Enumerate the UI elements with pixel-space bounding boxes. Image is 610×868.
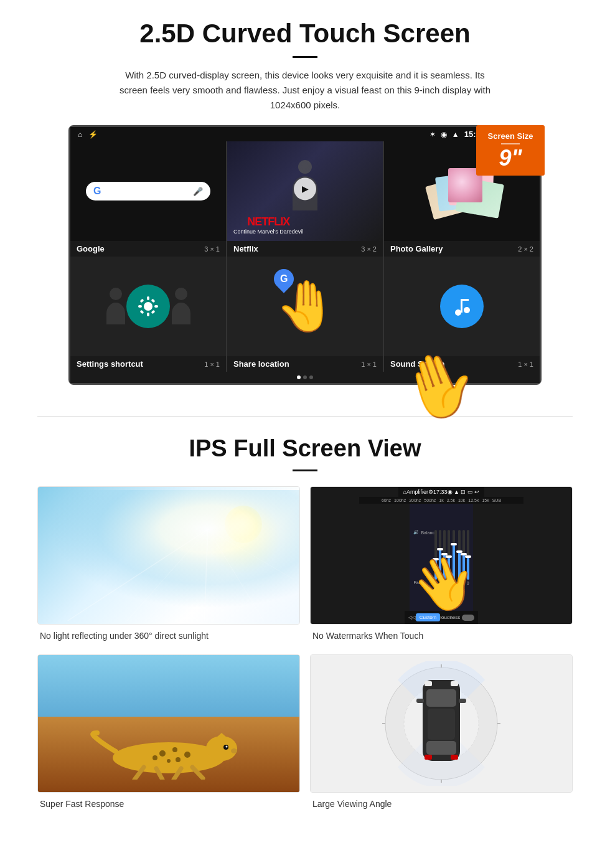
app-grid-top: G 🎤 ▶ NETFLIX bbox=[70, 141, 540, 241]
svg-rect-46 bbox=[451, 755, 458, 760]
google-label-name: Google bbox=[77, 244, 105, 253]
bluetooth-icon: ✶ bbox=[429, 130, 436, 139]
amp-freq-200: 200hz bbox=[409, 498, 421, 502]
badge-title: Screen Size bbox=[485, 131, 536, 141]
amp-status-bar: ⌂ Amplifier ⚙ 17:33 ◉ ▲ ⊡ ▭ ↩ bbox=[398, 487, 485, 497]
section-ips-full-screen: IPS Full Screen View bbox=[0, 435, 610, 831]
cheetah-image bbox=[38, 655, 299, 792]
badge-size: 9" bbox=[485, 147, 536, 169]
amp-toggle-pill[interactable] bbox=[462, 615, 474, 621]
amplifier-image-card: ⌂ Amplifier ⚙ 17:33 ◉ ▲ ⊡ ▭ ↩ 60hz 100hz… bbox=[310, 486, 573, 625]
svg-rect-12 bbox=[461, 299, 469, 301]
netflix-subtitle: Continue Marvel's Daredevil bbox=[233, 229, 303, 235]
cheetah-card: Super Fast Response bbox=[37, 654, 300, 813]
bg-head-1 bbox=[110, 288, 122, 300]
svg-rect-4 bbox=[154, 305, 158, 308]
light-burst-svg bbox=[38, 487, 299, 624]
google-search-bar[interactable]: G 🎤 bbox=[86, 182, 210, 200]
share-location-cell[interactable]: G ✋ bbox=[227, 257, 383, 356]
dot-1 bbox=[297, 375, 301, 379]
google-label: Google 3 × 1 bbox=[70, 241, 226, 257]
amplifier-image: ⌂ Amplifier ⚙ 17:33 ◉ ▲ ⊡ ▭ ↩ 60hz 100hz… bbox=[311, 487, 572, 624]
svg-rect-8 bbox=[139, 309, 144, 314]
netflix-app-cell[interactable]: ▶ NETFLIX Continue Marvel's Daredevil bbox=[227, 141, 383, 241]
section1-title: 2.5D Curved Touch Screen bbox=[37, 19, 573, 49]
google-label-size: 3 × 1 bbox=[204, 245, 220, 253]
netflix-label-name: Netflix bbox=[233, 244, 258, 253]
badge-divider bbox=[501, 143, 520, 144]
amp-sliders-container: 0 0 bbox=[434, 507, 469, 607]
svg-point-20 bbox=[206, 736, 237, 761]
device-mockup: Screen Size 9" ⌂ ⚡ ✶ ◉ ▲ 15:06 ⊡ bbox=[68, 125, 542, 385]
google-app-cell[interactable]: G 🎤 bbox=[70, 141, 226, 241]
svg-point-10 bbox=[464, 307, 470, 313]
music-note-svg bbox=[452, 296, 472, 316]
svg-rect-5 bbox=[139, 298, 144, 303]
dot-3 bbox=[309, 375, 313, 379]
netflix-label-size: 3 × 2 bbox=[361, 245, 377, 253]
bg-person-1 bbox=[103, 288, 128, 325]
gallery-label-name: Photo Gallery bbox=[390, 244, 443, 253]
cheetah-sky bbox=[38, 655, 299, 724]
svg-rect-3 bbox=[138, 305, 142, 308]
maps-pin: G bbox=[274, 269, 294, 289]
amp-icons: ◉ ▲ ⊡ ▭ ↩ bbox=[448, 489, 480, 495]
settings-label: Settings shortcut 1 × 1 bbox=[70, 356, 226, 372]
amp-freq-500: 500hz bbox=[424, 498, 436, 502]
svg-point-28 bbox=[184, 752, 190, 758]
cheetah-svg bbox=[82, 724, 256, 780]
bg-head-2 bbox=[175, 288, 187, 300]
amp-freq-sub: SUB bbox=[492, 498, 501, 502]
car-image-card bbox=[310, 654, 573, 793]
amp-freq-12_5k: 12.5k bbox=[468, 498, 479, 502]
car-card: Large Viewing Angle bbox=[310, 654, 573, 813]
amp-title: Amplifier bbox=[406, 489, 428, 495]
amp-freq-10k: 10k bbox=[458, 498, 465, 502]
app-grid-bottom: G ✋ bbox=[70, 257, 540, 356]
share-label-size: 1 × 1 bbox=[361, 361, 377, 368]
settings-icon bbox=[126, 285, 170, 328]
gallery-label: Photo Gallery 2 × 2 bbox=[384, 241, 540, 257]
share-label-name: Share location bbox=[233, 359, 289, 369]
amp-freq-1k: 1k bbox=[439, 498, 443, 502]
svg-point-26 bbox=[159, 750, 166, 757]
settings-app-cell[interactable] bbox=[70, 257, 226, 356]
netflix-label: Netflix 3 × 2 bbox=[227, 241, 383, 257]
svg-rect-41 bbox=[416, 699, 424, 703]
svg-rect-2 bbox=[147, 313, 149, 316]
sound-label-size: 1 × 1 bbox=[518, 361, 533, 368]
car-caption: Large Viewing Angle bbox=[310, 793, 573, 813]
svg-rect-42 bbox=[459, 699, 466, 703]
bg-person-2 bbox=[169, 288, 194, 325]
amp-settings-icon: ⚙ bbox=[428, 489, 433, 495]
maps-g-icon: G bbox=[270, 265, 298, 293]
section2-divider bbox=[293, 469, 317, 471]
svg-point-31 bbox=[167, 759, 171, 763]
status-bar: ⌂ ⚡ ✶ ◉ ▲ 15:06 ⊡ ◁) ✕ ▭ bbox=[70, 127, 540, 141]
svg-rect-13 bbox=[38, 490, 299, 621]
car-viewing-angle-svg bbox=[373, 661, 510, 786]
sunlight-image-card bbox=[37, 486, 300, 625]
section1-divider bbox=[293, 56, 317, 58]
settings-label-name: Settings shortcut bbox=[77, 359, 143, 369]
svg-rect-45 bbox=[425, 755, 432, 760]
netflix-play-button[interactable]: ▶ bbox=[294, 177, 316, 200]
wifi-icon: ▲ bbox=[452, 130, 459, 139]
svg-point-30 bbox=[152, 755, 157, 760]
fig-head bbox=[298, 160, 312, 174]
amp-balance-label: 🔊 Balance bbox=[413, 530, 433, 535]
svg-marker-21 bbox=[215, 733, 228, 738]
section-curved-touch-screen: 2.5D Curved Touch Screen With 2.5D curve… bbox=[0, 0, 610, 397]
sunlight-card: No light reflecting under 360° direct su… bbox=[37, 486, 300, 644]
svg-point-9 bbox=[455, 309, 461, 316]
amp-time: 17:33 bbox=[433, 489, 448, 495]
location-icon: ◉ bbox=[441, 130, 447, 139]
netflix-logo: NETFLIX bbox=[233, 215, 303, 229]
section2-title: IPS Full Screen View bbox=[37, 435, 573, 462]
bg-body-2 bbox=[172, 303, 190, 324]
sunlight-image bbox=[38, 487, 299, 624]
svg-point-29 bbox=[176, 757, 181, 762]
svg-rect-39 bbox=[428, 709, 455, 740]
home-icon: ⌂ bbox=[78, 130, 82, 139]
svg-rect-1 bbox=[147, 296, 149, 300]
